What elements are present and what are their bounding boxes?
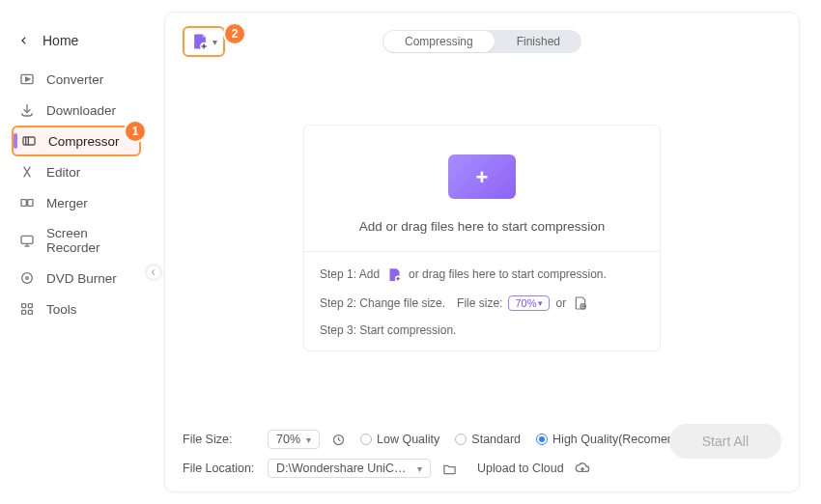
sidebar-item-merger[interactable]: Merger <box>0 187 155 218</box>
editor-icon <box>19 164 35 180</box>
chevron-down-icon: ▾ <box>417 463 422 474</box>
svg-rect-16 <box>21 200 26 207</box>
cloud-upload-icon[interactable] <box>574 460 591 477</box>
step-text: or drag files here to start compression. <box>409 267 607 281</box>
downloader-icon <box>19 102 35 118</box>
main-panel: ▾ 2 Compressing Finished Add or drag fil… <box>155 0 821 504</box>
add-file-icon <box>190 32 210 51</box>
svg-rect-25 <box>22 310 26 314</box>
svg-rect-18 <box>21 236 33 243</box>
svg-rect-24 <box>28 304 32 308</box>
dropzone[interactable]: Add or drag files here to start compress… <box>303 125 661 351</box>
percent-value: 70% <box>515 297 536 309</box>
chevron-down-icon: ▾ <box>212 37 217 47</box>
select-value: D:\Wondershare UniConverter 1 <box>276 462 411 475</box>
status-tabs: Compressing Finished <box>382 30 581 53</box>
radio-label: Low Quality <box>377 433 439 446</box>
sidebar: Home Converter Downloader Compressor Edi… <box>0 0 155 504</box>
dropzone-title: Add or drag files here to start compress… <box>359 219 605 234</box>
sidebar-item-label: Merger <box>46 196 88 210</box>
tab-compressing[interactable]: Compressing <box>383 31 495 52</box>
sidebar-item-label: Downloader <box>46 103 116 118</box>
annotation-badge-2: 2 <box>225 24 244 43</box>
compressor-icon <box>21 133 37 149</box>
screen-recorder-icon <box>19 233 35 248</box>
quality-low-radio[interactable]: Low Quality <box>360 433 439 446</box>
sidebar-item-label: Tools <box>46 302 77 317</box>
svg-rect-17 <box>28 200 33 207</box>
sidebar-item-label: Converter <box>46 72 103 87</box>
location-select[interactable]: D:\Wondershare UniConverter 1 ▾ <box>268 459 431 478</box>
upload-to-cloud-label: Upload to Cloud <box>477 462 564 475</box>
step-3: Step 3: Start compression. <box>320 323 644 337</box>
sidebar-item-downloader[interactable]: Downloader <box>0 95 155 126</box>
add-file-icon <box>385 266 403 283</box>
select-value: 70% <box>276 433 300 446</box>
start-all-button[interactable]: Start All <box>669 424 781 459</box>
sidebar-item-label: Screen Recorder <box>46 226 135 255</box>
svg-point-22 <box>26 277 29 280</box>
chevron-left-icon <box>19 36 29 45</box>
filesize-percent-select[interactable]: 70%▾ <box>508 295 550 311</box>
sidebar-item-editor[interactable]: Editor <box>0 156 155 187</box>
filesize-label: File Size: <box>183 433 258 446</box>
sidebar-item-label: DVD Burner <box>46 271 117 286</box>
tab-label: Finished <box>517 35 560 48</box>
sidebar-item-tools[interactable]: Tools <box>0 294 155 324</box>
chevron-down-icon: ▾ <box>538 298 543 308</box>
step-text: Step 3: Start compression. <box>320 323 456 337</box>
quality-standard-radio[interactable]: Standard <box>455 433 521 446</box>
step-2: Step 2: Change file size. File size: 70%… <box>320 294 644 312</box>
location-label: File Location: <box>183 462 258 475</box>
step-text: Step 1: Add <box>320 267 380 281</box>
home-back[interactable]: Home <box>0 27 155 64</box>
svg-rect-26 <box>28 310 32 314</box>
radio-label: Standard <box>471 433 521 446</box>
add-files-button[interactable]: ▾ 2 <box>183 26 225 57</box>
sidebar-item-label: Compressor <box>48 134 120 149</box>
step-text: or <box>555 296 566 310</box>
folder-add-icon <box>448 151 516 204</box>
sidebar-item-dvd-burner[interactable]: DVD Burner <box>0 263 155 294</box>
tab-label: Compressing <box>405 35 473 48</box>
instruction-steps: Step 1: Add or drag files here to start … <box>304 252 660 350</box>
collapse-sidebar-icon[interactable] <box>147 266 160 279</box>
open-folder-icon[interactable] <box>440 460 458 477</box>
svg-point-21 <box>22 273 33 284</box>
dvd-burner-icon <box>19 270 35 286</box>
merger-icon <box>19 195 35 210</box>
sidebar-item-screen-recorder[interactable]: Screen Recorder <box>0 218 155 263</box>
svg-rect-23 <box>22 304 26 308</box>
filesize-select[interactable]: 70% ▾ <box>268 430 320 449</box>
bottom-bar: File Size: 70% ▾ Low Quality Standard Hi… <box>183 418 781 478</box>
converter-icon <box>19 71 35 87</box>
sidebar-item-converter[interactable]: Converter <box>0 64 155 95</box>
chevron-down-icon: ▾ <box>306 434 311 445</box>
annotation-badge-1: 1 <box>126 122 145 141</box>
step-1: Step 1: Add or drag files here to start … <box>320 266 644 283</box>
step-text: File size: <box>457 296 502 310</box>
tab-finished[interactable]: Finished <box>495 30 581 53</box>
sidebar-item-compressor[interactable]: Compressor <box>12 126 141 156</box>
sidebar-item-label: Editor <box>46 165 80 180</box>
button-label: Start All <box>702 434 749 449</box>
tools-icon <box>19 301 35 317</box>
svg-marker-12 <box>26 77 30 81</box>
reset-icon[interactable] <box>329 431 347 448</box>
step-text: Step 2: Change file size. <box>320 296 445 310</box>
radio-label: High Quality(Recomend) <box>552 433 685 446</box>
home-label: Home <box>42 33 78 48</box>
settings-file-icon[interactable] <box>572 294 589 312</box>
svg-point-30 <box>582 306 584 308</box>
quality-high-radio[interactable]: High Quality(Recomend) <box>536 433 685 446</box>
